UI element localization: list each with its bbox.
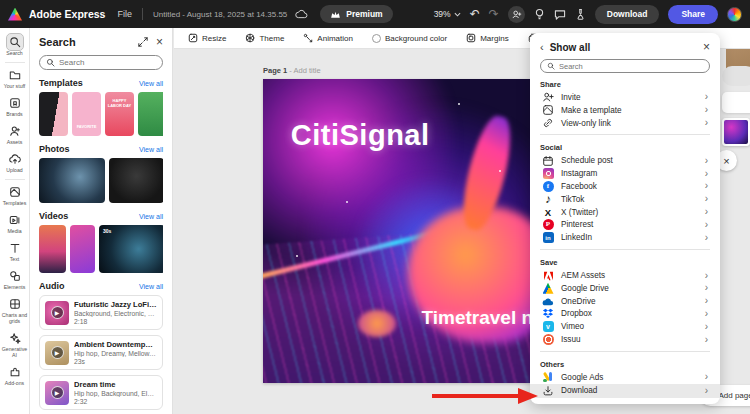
rail-item-add-ons[interactable]: Add-ons bbox=[1, 362, 29, 390]
crown-icon bbox=[330, 10, 341, 19]
sparkle-icon bbox=[7, 330, 23, 346]
menu-item-schedule-post[interactable]: Schedule post › bbox=[540, 154, 710, 167]
tiktok-icon: ♪ bbox=[542, 193, 554, 205]
audio-track-card[interactable]: ▶ Futuristic Jazzy LoFi 001 Background, … bbox=[39, 295, 163, 330]
play-icon[interactable]: ▶ bbox=[51, 346, 64, 359]
menu-item-invite[interactable]: Invite › bbox=[540, 91, 710, 104]
video-thumbnail[interactable]: 30s bbox=[99, 225, 163, 273]
menu-item-download[interactable]: Download › bbox=[530, 384, 720, 398]
menu-item-google-drive[interactable]: Google Drive › bbox=[540, 282, 710, 295]
resize-button[interactable]: Resize bbox=[188, 33, 226, 43]
search-icon bbox=[7, 34, 23, 50]
download-button[interactable]: Download bbox=[595, 5, 660, 24]
share-button[interactable]: Share bbox=[668, 5, 718, 24]
rail-item-templates[interactable]: Templates bbox=[1, 182, 29, 210]
margins-button[interactable]: Margins bbox=[466, 33, 508, 43]
user-avatar[interactable] bbox=[727, 7, 742, 22]
rail-item-generative-ai[interactable]: Generative AI bbox=[1, 328, 29, 362]
video-thumbnail[interactable] bbox=[39, 225, 66, 273]
zoom-control[interactable]: 39% bbox=[434, 9, 461, 19]
menu-item-onedrive[interactable]: OneDrive › bbox=[540, 295, 710, 308]
template-thumbnail[interactable] bbox=[39, 92, 68, 136]
divider bbox=[142, 8, 143, 20]
share-menu-search-input[interactable] bbox=[559, 62, 703, 71]
calendar-icon bbox=[542, 155, 554, 167]
rail-item-charts-and-grids[interactable]: Charts and grids bbox=[1, 294, 29, 328]
divider bbox=[540, 351, 710, 352]
menu-item-pinterest[interactable]: P Pinterest › bbox=[540, 219, 710, 232]
menu-item-dropbox[interactable]: Dropbox › bbox=[540, 308, 710, 321]
menu-item-linkedin[interactable]: in LinkedIn › bbox=[540, 231, 710, 244]
x-twitter-icon: X bbox=[542, 206, 554, 218]
menu-item-x-twitter[interactable]: X X (Twitter) › bbox=[540, 206, 710, 219]
play-icon[interactable]: ▶ bbox=[51, 386, 64, 399]
section-heading-share: Share bbox=[540, 80, 710, 89]
menu-item-google-ads[interactable]: Google Ads › bbox=[540, 371, 710, 384]
chevron-right-icon: › bbox=[705, 296, 708, 306]
rail-item-search[interactable]: Search bbox=[1, 32, 29, 60]
rail-item-assets[interactable]: Assets bbox=[1, 121, 29, 149]
close-panel-icon[interactable]: × bbox=[156, 36, 163, 48]
menu-item-view-only-link[interactable]: View-only link › bbox=[540, 117, 710, 130]
audio-view-all-link[interactable]: View all bbox=[139, 283, 163, 290]
chevron-right-icon: › bbox=[705, 169, 708, 179]
chevron-right-icon: › bbox=[705, 322, 708, 332]
chevron-right-icon: › bbox=[705, 181, 708, 191]
menu-item-aem-assets[interactable]: AEM Assets › bbox=[540, 269, 710, 282]
menu-item-issuu[interactable]: Issuu › bbox=[540, 333, 710, 346]
photo-thumbnail[interactable] bbox=[39, 158, 105, 203]
template-thumbnail[interactable]: FAVORITE bbox=[72, 92, 101, 136]
design-subtitle-text[interactable]: Timetravel now bbox=[421, 307, 541, 329]
feedback-comment-button[interactable] bbox=[554, 9, 566, 20]
file-menu[interactable]: File bbox=[117, 9, 132, 19]
back-chevron-icon[interactable]: ‹ bbox=[540, 42, 544, 53]
theme-button[interactable]: Theme bbox=[245, 33, 284, 43]
suggestions-lightbulb-button[interactable] bbox=[534, 8, 545, 20]
rail-item-text[interactable]: Text bbox=[1, 238, 29, 266]
close-icon[interactable]: × bbox=[703, 41, 710, 53]
expand-panel-icon[interactable] bbox=[138, 37, 148, 47]
menu-item-vimeo[interactable]: v Vimeo › bbox=[540, 320, 710, 333]
design-title-text[interactable]: CitiSignal bbox=[291, 119, 430, 152]
video-thumbnail[interactable] bbox=[70, 225, 95, 273]
template-thumbnail[interactable]: HAPPY LABOR DAY bbox=[105, 92, 134, 136]
link-icon bbox=[542, 117, 554, 129]
rail-item-media[interactable]: Media bbox=[1, 210, 29, 238]
photos-view-all-link[interactable]: View all bbox=[139, 146, 163, 153]
chevron-right-icon: › bbox=[705, 309, 708, 319]
rail-item-brands[interactable]: Brands bbox=[1, 93, 29, 121]
menu-item-tiktok[interactable]: ♪ TikTok › bbox=[540, 193, 710, 206]
aem-assets-icon bbox=[542, 270, 554, 282]
audio-track-card[interactable]: ▶ Ambient Downtempo Beats ... Hip hop, D… bbox=[39, 335, 163, 370]
search-panel: Search × Templates View all FAVORITE HAP… bbox=[30, 28, 173, 414]
design-page[interactable]: CitiSignal Timetravel now bbox=[263, 79, 541, 383]
templates-view-all-link[interactable]: View all bbox=[139, 80, 163, 87]
add-collaborator-button[interactable] bbox=[508, 6, 525, 23]
document-title[interactable]: Untitled - August 18, 2025 at 14.35.55 bbox=[153, 10, 287, 19]
undo-button[interactable]: ↶ bbox=[470, 8, 480, 20]
audio-thumbnail: ▶ bbox=[45, 301, 69, 325]
photo-thumbnail[interactable] bbox=[109, 158, 163, 203]
rail-item-upload[interactable]: Upload bbox=[1, 149, 29, 177]
premium-button[interactable]: Premium bbox=[320, 5, 392, 23]
rail-item-your-stuff[interactable]: Your stuff bbox=[1, 65, 29, 93]
animation-button[interactable]: Animation bbox=[303, 33, 353, 43]
menu-item-facebook[interactable]: f Facebook › bbox=[540, 180, 710, 193]
panel-search-input[interactable] bbox=[59, 58, 149, 67]
menu-item-make-a-template[interactable]: Make a template › bbox=[540, 104, 710, 117]
template-thumbnail[interactable] bbox=[138, 92, 163, 136]
audio-track-card[interactable]: ▶ Dream time Hip hop, Background, Electr… bbox=[39, 375, 163, 410]
rail-item-elements[interactable]: Elements bbox=[1, 266, 29, 294]
app-title: Adobe Express bbox=[29, 8, 105, 20]
background-color-button[interactable]: Background color bbox=[372, 34, 447, 43]
share-menu-search-box[interactable] bbox=[540, 59, 710, 73]
redo-button[interactable]: ↷ bbox=[489, 8, 499, 20]
videos-view-all-link[interactable]: View all bbox=[139, 213, 163, 220]
templates-heading: Templates bbox=[39, 78, 83, 88]
theme-icon bbox=[245, 33, 255, 43]
beta-flask-button[interactable] bbox=[575, 8, 586, 20]
panel-search-box[interactable] bbox=[39, 55, 163, 70]
page-label[interactable]: Page 1 - Add title bbox=[263, 66, 321, 75]
play-icon[interactable]: ▶ bbox=[51, 306, 64, 319]
menu-item-instagram[interactable]: Instagram › bbox=[540, 167, 710, 180]
